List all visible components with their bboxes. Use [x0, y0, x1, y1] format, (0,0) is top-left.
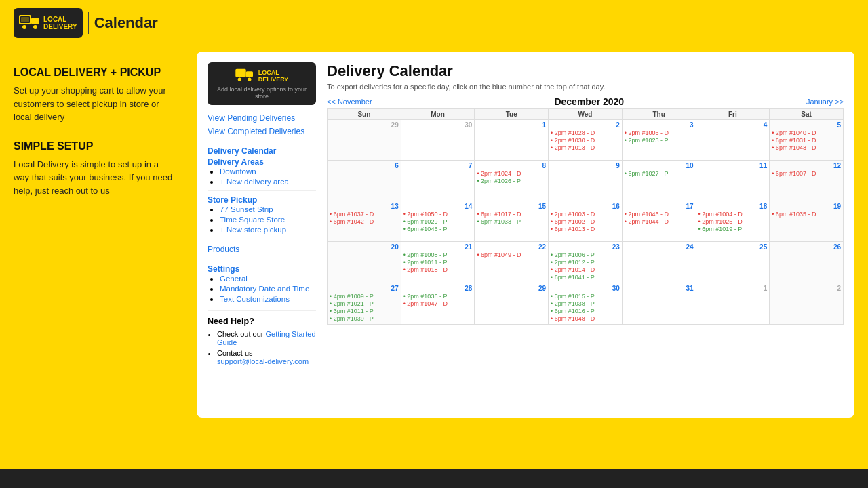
- delivery-item: • 2pm #1011 - P: [403, 259, 473, 266]
- delivery-item: • 2pm #1018 - D: [403, 266, 473, 273]
- next-month-link[interactable]: January >>: [806, 98, 844, 106]
- delivery-item: • 3pm #1015 - P: [551, 293, 620, 300]
- top-bar: LOCAL DELIVERY Calendar: [0, 0, 868, 46]
- logo-divider: [88, 12, 89, 34]
- logo-area: LOCAL DELIVERY Calendar: [14, 8, 158, 38]
- settings-text-custom[interactable]: Text Customizations: [220, 295, 290, 303]
- calendar-title: Delivery Calendar: [327, 62, 844, 80]
- day-number[interactable]: 15: [477, 203, 546, 210]
- nav-pending[interactable]: View Pending Deliveries: [208, 112, 316, 124]
- day-number[interactable]: 30: [551, 285, 620, 292]
- delivery-item: • 6pm #1019 - P: [698, 226, 768, 232]
- day-number[interactable]: 12: [772, 162, 841, 169]
- settings-mandatory-date[interactable]: Mandatory Date and Time: [220, 285, 309, 293]
- delivery-item: • 6pm #1035 - D: [772, 211, 841, 218]
- day-number[interactable]: 13: [330, 203, 399, 210]
- delivery-item: • 2pm #1030 - D: [551, 137, 620, 144]
- day-number[interactable]: 26: [772, 243, 841, 251]
- day-number[interactable]: 24: [625, 243, 694, 251]
- day-number[interactable]: 28: [403, 285, 473, 292]
- store-pickup-sub: 77 Sunset Strip Time Square Store + New …: [208, 205, 316, 235]
- day-number[interactable]: 11: [698, 162, 768, 169]
- pickup-timesquare[interactable]: Time Square Store: [220, 216, 285, 224]
- day-number[interactable]: 20: [330, 243, 399, 251]
- cal-header-sat: Sat: [770, 109, 844, 120]
- left-panel: LOCAL DELIVERY + PICKUP Set up your shop…: [14, 46, 176, 487]
- cal-cell: 24: [622, 242, 696, 283]
- day-number: 30: [403, 121, 473, 129]
- day-number[interactable]: 6: [330, 162, 399, 169]
- pickup-sunset[interactable]: 77 Sunset Strip: [220, 205, 273, 214]
- day-number[interactable]: 4: [698, 121, 768, 129]
- cal-week-1: 293012• 2pm #1028 - D• 2pm #1030 - D• 2p…: [328, 120, 844, 161]
- cal-cell: 29: [475, 283, 549, 325]
- cal-cell: 31: [622, 283, 696, 325]
- day-number[interactable]: 7: [403, 162, 473, 169]
- day-number[interactable]: 18: [698, 203, 768, 210]
- cal-cell: 8• 2pm #1024 - D• 2pm #1026 - P: [475, 161, 549, 201]
- prev-month-link[interactable]: << November: [327, 98, 372, 106]
- cal-cell: 30• 3pm #1015 - P• 2pm #1038 - P• 6pm #1…: [549, 283, 623, 325]
- nav-delivery-areas[interactable]: Delivery Areas: [208, 157, 264, 167]
- day-number[interactable]: 29: [477, 285, 546, 292]
- day-number[interactable]: 5: [772, 121, 841, 129]
- delivery-area-new[interactable]: + New delivery area: [220, 178, 289, 186]
- nav-completed[interactable]: View Completed Deliveries: [208, 125, 316, 138]
- day-number[interactable]: 16: [551, 203, 620, 210]
- help-email[interactable]: support@local-delivery.com: [217, 357, 309, 365]
- cal-cell: 7: [401, 161, 475, 201]
- nav-settings[interactable]: Settings: [208, 264, 239, 274]
- svg-rect-7: [245, 71, 252, 77]
- calendar-panel: Delivery Calendar To export deliveries f…: [316, 62, 844, 407]
- need-help-title: Need Help?: [208, 317, 254, 326]
- delivery-item: • 2pm #1047 - D: [403, 300, 473, 307]
- svg-point-4: [22, 25, 26, 29]
- nav-delivery-calendar[interactable]: Delivery Calendar: [208, 146, 276, 156]
- day-number[interactable]: 17: [625, 203, 694, 210]
- delivery-item: • 6pm #1029 - P: [403, 218, 473, 225]
- cal-cell: 14• 2pm #1050 - D• 6pm #1029 - P• 6pm #1…: [401, 201, 475, 242]
- cal-cell: 10• 6pm #1027 - P: [622, 161, 696, 201]
- need-help-section: Need Help? Check out our Getting Started…: [208, 310, 316, 365]
- cal-header-tue: Tue: [475, 109, 549, 120]
- cal-cell: 5• 2pm #1040 - D• 6pm #1031 - D• 6pm #10…: [770, 120, 844, 161]
- nav-products[interactable]: Products: [208, 243, 316, 256]
- settings-general[interactable]: General: [220, 274, 248, 283]
- calendar-month-title: December 2020: [554, 96, 624, 107]
- cal-cell: 6: [328, 161, 401, 201]
- day-number[interactable]: 14: [403, 203, 473, 210]
- cal-cell: 1: [696, 283, 770, 325]
- cal-cell: 16• 2pm #1003 - D• 6pm #1002 - D• 6pm #1…: [549, 201, 623, 242]
- day-number[interactable]: 21: [403, 243, 473, 251]
- day-number[interactable]: 8: [477, 162, 546, 169]
- delivery-item: • 2pm #1023 - P: [625, 137, 694, 144]
- cal-week-4: 2021• 2pm #1008 - P• 2pm #1011 - P• 2pm …: [328, 242, 844, 283]
- day-number[interactable]: 1: [477, 121, 546, 129]
- delivery-item: • 6pm #1031 - D: [772, 137, 841, 144]
- nav-store-pickup[interactable]: Store Pickup: [208, 195, 257, 205]
- cal-header-wed: Wed: [549, 109, 623, 120]
- day-number[interactable]: 19: [772, 203, 841, 210]
- delivery-area-downtown[interactable]: Downtown: [220, 167, 256, 176]
- delivery-item: • 2pm #1008 - P: [403, 251, 473, 258]
- cal-week-5: 27• 4pm #1009 - P• 2pm #1021 - P• 3pm #1…: [328, 283, 844, 325]
- day-number[interactable]: 22: [477, 243, 546, 251]
- day-number: 29: [330, 121, 399, 129]
- day-number[interactable]: 25: [698, 243, 768, 251]
- sidebar: LOCAL DELIVERY Add local delivery option…: [208, 62, 316, 407]
- day-number[interactable]: 31: [625, 285, 694, 292]
- help-item1-prefix: Check out our: [217, 330, 266, 338]
- delivery-item: • 2pm #1044 - D: [625, 218, 694, 225]
- pickup-new[interactable]: + New store pickup: [220, 226, 286, 234]
- cal-cell: 4: [696, 120, 770, 161]
- day-number[interactable]: 3: [625, 121, 694, 129]
- delivery-item: • 6pm #1017 - D: [477, 211, 546, 218]
- day-number[interactable]: 2: [551, 121, 620, 129]
- day-number[interactable]: 27: [330, 285, 399, 292]
- delivery-item: • 6pm #1037 - D: [330, 211, 399, 218]
- section2-text: Local Delivery is simple to set up in a …: [14, 158, 176, 198]
- delivery-item: • 2pm #1036 - P: [403, 293, 473, 300]
- day-number[interactable]: 23: [551, 243, 620, 251]
- day-number[interactable]: 10: [625, 162, 694, 169]
- day-number[interactable]: 9: [551, 162, 620, 169]
